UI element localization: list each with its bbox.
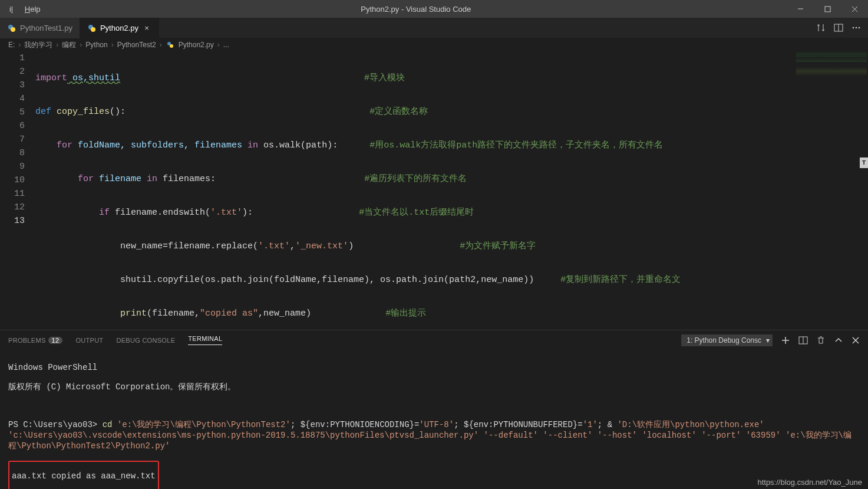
editor-tabs: PythonTest1.py Python2.py × <box>0 18 868 38</box>
panel-tab-problems[interactable]: PROBLEMS12 <box>8 337 62 344</box>
svg-rect-1 <box>825 6 830 12</box>
split-terminal-icon[interactable] <box>798 336 808 345</box>
window-title: Python2.py - Visual Studio Code <box>45 5 787 14</box>
highlighted-output: aaa.txt copied as aaa_new.txt bbb.txt co… <box>8 461 159 489</box>
svg-point-7 <box>91 27 95 32</box>
breadcrumb-item[interactable]: Python <box>85 41 107 49</box>
close-panel-icon[interactable] <box>852 336 860 344</box>
overview-marker[interactable]: T <box>860 157 868 168</box>
close-button[interactable] <box>841 0 868 18</box>
panel-tab-terminal[interactable]: TERMINAL <box>188 335 222 345</box>
python-file-icon <box>166 40 175 50</box>
breadcrumb-trail[interactable]: ... <box>223 41 229 49</box>
terminal-output[interactable]: Windows PowerShell 版权所有 (C) Microsoft Co… <box>0 350 868 489</box>
python-file-icon <box>7 24 16 33</box>
chevron-up-icon[interactable] <box>834 336 843 345</box>
menu-item-help[interactable]: Help <box>20 2 45 16</box>
compare-icon[interactable] <box>816 23 826 32</box>
panel-tabs: PROBLEMS12 OUTPUT DEBUG CONSOLE TERMINAL… <box>0 330 868 350</box>
line-gutter: 12345678910111213 <box>0 51 35 330</box>
minimap[interactable] <box>796 52 867 100</box>
tab-label: PythonTest1.py <box>20 24 72 32</box>
breadcrumb-item[interactable]: 我的学习 <box>24 40 52 50</box>
panel-tab-debug[interactable]: DEBUG CONSOLE <box>116 337 175 344</box>
terminal-line: PS C:\Users\yao03> cd 'e:\我的学习\编程\Python… <box>8 419 860 451</box>
split-editor-icon[interactable] <box>834 23 843 32</box>
more-icon[interactable] <box>852 23 861 32</box>
trash-icon[interactable] <box>816 336 826 345</box>
breadcrumb-item[interactable]: E: <box>8 41 15 49</box>
close-icon[interactable]: × <box>142 24 151 32</box>
terminal-selector[interactable]: 1: Python Debug Consc <box>681 334 773 346</box>
breadcrumb-file[interactable]: Python2.py <box>179 41 214 49</box>
tab-pythontest1[interactable]: PythonTest1.py <box>0 18 80 38</box>
bottom-panel: PROBLEMS12 OUTPUT DEBUG CONSOLE TERMINAL… <box>0 330 868 489</box>
tab-actions <box>816 18 868 38</box>
minimize-button[interactable] <box>787 0 814 18</box>
code-editor[interactable]: 12345678910111213 import os,shutil #导入模块… <box>0 51 868 330</box>
tab-label: Python2.py <box>100 24 138 32</box>
svg-point-10 <box>853 27 854 29</box>
problems-count-badge: 12 <box>48 337 63 344</box>
tab-python2[interactable]: Python2.py × <box>80 18 159 38</box>
maximize-button[interactable] <box>814 0 841 18</box>
terminal-line: 版权所有 (C) Microsoft Corporation。保留所有权利。 <box>8 382 860 392</box>
watermark-text: https://blog.csdn.net/Yao_June <box>757 478 862 487</box>
breadcrumb[interactable]: E:› 我的学习› 编程› Python› PythonTest2› Pytho… <box>0 38 868 51</box>
code-content[interactable]: import os,shutil #导入模块 def copy_files():… <box>35 51 868 330</box>
svg-point-11 <box>856 27 857 29</box>
new-terminal-icon[interactable] <box>781 336 790 345</box>
svg-point-5 <box>11 27 15 32</box>
window-controls <box>787 0 868 18</box>
python-file-icon <box>87 24 97 33</box>
menu-item-partial[interactable]: il <box>5 2 18 16</box>
menu-bar: il Help <box>0 2 45 16</box>
svg-point-12 <box>859 27 860 29</box>
title-bar: il Help Python2.py - Visual Studio Code <box>0 0 868 18</box>
panel-tab-output[interactable]: OUTPUT <box>75 337 103 344</box>
breadcrumb-item[interactable]: PythonTest2 <box>117 41 156 49</box>
breadcrumb-item[interactable]: 编程 <box>62 40 76 50</box>
svg-point-14 <box>170 44 173 48</box>
terminal-line: aaa.txt copied as aaa_new.txt <box>12 471 156 481</box>
terminal-line: Windows PowerShell <box>8 363 860 372</box>
